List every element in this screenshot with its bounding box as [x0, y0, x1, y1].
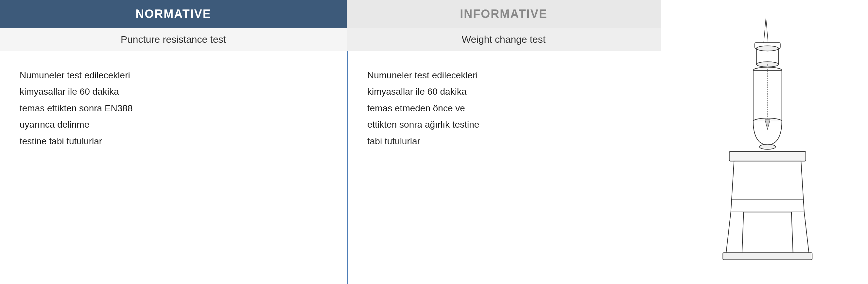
normative-line-5: testine tabi tutulurlar [20, 136, 102, 146]
normative-header: NORMATIVE [0, 0, 347, 28]
informative-content: Numuneler test edilecekleri kimyasallar … [347, 51, 661, 284]
svg-marker-0 [764, 18, 768, 43]
informative-header: INFORMATIVE [347, 0, 661, 28]
svg-point-3 [756, 46, 779, 51]
informative-subheader: Weight change test [347, 28, 661, 51]
illustration-panel [661, 0, 868, 284]
svg-rect-13 [723, 253, 812, 259]
informative-line-2: kimyasallar ile 60 dakika [367, 86, 466, 97]
svg-point-8 [760, 144, 775, 149]
normative-line-2: kimyasallar ile 60 dakika [20, 86, 119, 97]
normative-line-3: temas ettikten sonra EN388 [20, 103, 133, 113]
informative-line-3: temas etmeden önce ve [367, 103, 465, 113]
header-row: NORMATIVE INFORMATIVE [0, 0, 661, 28]
content-area: Numuneler test edilecekleri kimyasallar … [0, 51, 661, 284]
main-container: NORMATIVE INFORMATIVE Puncture resistanc… [0, 0, 868, 284]
informative-line-5: tabi tutulurlar [367, 136, 420, 146]
normative-subheader: Puncture resistance test [0, 28, 347, 51]
normative-content: Numuneler test edilecekleri kimyasallar … [0, 51, 347, 284]
informative-line-4: ettikten sonra ağırlık testine [367, 119, 479, 130]
normative-line-1: Numuneler test edilecekleri [20, 70, 130, 80]
svg-rect-11 [729, 151, 806, 161]
subheader-row: Puncture resistance test Weight change t… [0, 28, 661, 51]
informative-line-1: Numuneler test edilecekleri [367, 70, 478, 80]
normative-line-4: uyarınca delinme [20, 119, 89, 130]
puncture-test-illustration [683, 15, 846, 269]
